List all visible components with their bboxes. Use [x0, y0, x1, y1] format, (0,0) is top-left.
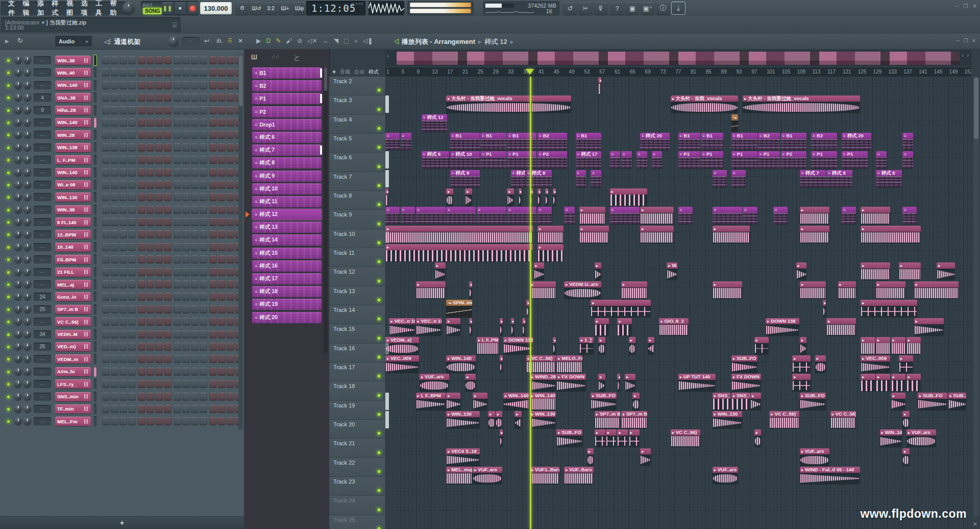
channel-button[interactable]: WIN..38: [55, 205, 91, 214]
track-options[interactable]: ∙∙∙: [334, 336, 339, 341]
channel-selector[interactable]: [94, 67, 96, 78]
track-options[interactable]: ∙∙∙: [334, 527, 339, 529]
step-cell[interactable]: [119, 255, 127, 263]
audio-clip[interactable]: ▸L F..PM: [477, 337, 499, 354]
volume-knob[interactable]: [23, 193, 31, 201]
step-cell[interactable]: [174, 393, 181, 401]
step-cell[interactable]: [200, 106, 207, 114]
pattern-clip[interactable]: ≡: [610, 207, 640, 224]
audio-clip[interactable]: ▸: [640, 226, 674, 243]
audio-clip[interactable]: ▸: [579, 226, 609, 243]
pattern-item[interactable]: ≡样式 19: [252, 299, 322, 310]
menu-item-样式[interactable]: 样式: [49, 0, 64, 17]
step-cell[interactable]: [182, 280, 190, 288]
playlist-track-header[interactable]: Track 14∙∙∙: [329, 305, 385, 324]
audio-clip[interactable]: ▸VUF..ars: [800, 448, 829, 466]
step-cell[interactable]: [138, 405, 145, 413]
step-cell[interactable]: [128, 268, 136, 276]
step-cell[interactable]: [128, 355, 136, 363]
step-cell[interactable]: [138, 193, 145, 201]
step-cell[interactable]: [174, 280, 181, 288]
step-cell[interactable]: [218, 118, 226, 127]
step-cell[interactable]: [174, 181, 181, 189]
step-cell[interactable]: [200, 405, 207, 413]
step-cell[interactable]: [218, 330, 226, 339]
pattern-clip[interactable]: ≡P2: [537, 151, 567, 169]
step-cell[interactable]: [182, 417, 190, 425]
channel-selector[interactable]: [94, 105, 96, 115]
step-cell[interactable]: [102, 118, 110, 127]
pattern-clip[interactable]: ≡样式 20: [640, 133, 670, 150]
step-cell[interactable]: [209, 318, 217, 326]
audio-clip[interactable]: ▸: [861, 207, 890, 224]
pattern-clip[interactable]: ≡: [876, 151, 887, 169]
channel-selector[interactable]: [94, 80, 96, 90]
step-cell[interactable]: [138, 218, 145, 226]
step-cell[interactable]: [146, 218, 154, 226]
step-cell[interactable]: [119, 380, 127, 388]
step-cell[interactable]: [182, 393, 190, 401]
step-cell[interactable]: [146, 181, 154, 189]
step-cell[interactable]: [164, 230, 172, 238]
channel-selector[interactable]: [94, 329, 96, 340]
volume-knob[interactable]: [23, 305, 31, 313]
audio-clip[interactable]: ▸: [861, 262, 890, 280]
grid-pages-icon[interactable]: ⠿: [228, 37, 232, 44]
audio-clip[interactable]: ▸: [579, 207, 605, 224]
step-cell[interactable]: [227, 405, 234, 413]
step-cell[interactable]: [227, 118, 234, 127]
minimize-icon[interactable]: ─: [955, 3, 959, 10]
channel-led[interactable]: [6, 195, 11, 200]
step-cell[interactable]: [164, 181, 172, 189]
pan-knob[interactable]: [14, 81, 22, 89]
step-cell[interactable]: [200, 68, 207, 77]
step-cell[interactable]: [164, 293, 172, 301]
volume-knob[interactable]: [23, 93, 31, 101]
step-cell[interactable]: [227, 193, 234, 201]
pattern-item[interactable]: ≡样式 7: [252, 145, 322, 156]
track-led[interactable]: [377, 526, 381, 529]
pan-knob[interactable]: [14, 343, 22, 350]
cut-tool-icon[interactable]: ✂: [579, 2, 592, 14]
pattern-clip[interactable]: ≡: [507, 207, 536, 224]
step-cell[interactable]: [119, 169, 127, 177]
pattern-clip[interactable]: ≡: [743, 207, 757, 224]
step-cell[interactable]: [200, 293, 207, 301]
filter-auto-tab[interactable]: 自动: [354, 68, 364, 76]
channel-value[interactable]: ---: [34, 255, 51, 263]
step-cell[interactable]: [111, 355, 118, 363]
pan-knob[interactable]: [14, 330, 22, 338]
step-cell[interactable]: [209, 193, 217, 201]
step-cell[interactable]: [164, 255, 172, 263]
pattern-clip[interactable]: ≡: [401, 133, 411, 150]
channel-button[interactable]: A#m..hi: [55, 367, 91, 376]
step-cell[interactable]: [191, 305, 199, 314]
step-cell[interactable]: [138, 417, 145, 425]
minimap-overview[interactable]: [397, 52, 960, 65]
playlist-track-header[interactable]: Track 5∙∙∙: [329, 134, 385, 153]
audio-clip[interactable]: ▸: [876, 281, 905, 299]
audio-clip[interactable]: ▸: [610, 188, 647, 206]
audio-clip[interactable]: ▸: [800, 207, 829, 224]
audio-clip[interactable]: ▸WIN..140: [446, 355, 476, 373]
audio-clip[interactable]: ▸: [823, 300, 826, 317]
pattern-clip[interactable]: ≡: [902, 151, 913, 169]
piano-filter-icon[interactable]: Ш: [251, 53, 257, 62]
track-options[interactable]: ∙∙∙: [334, 451, 339, 455]
paint-icon[interactable]: 🖌: [286, 37, 292, 44]
pause-button[interactable]: ❚❚: [162, 2, 173, 14]
step-cell[interactable]: [174, 230, 181, 238]
draw-icon[interactable]: ✎: [276, 37, 281, 44]
step-cell[interactable]: [146, 143, 154, 152]
audio-clip[interactable]: ▸DOWN 138: [766, 318, 799, 335]
step-cell[interactable]: [209, 143, 217, 152]
step-cell[interactable]: [218, 230, 226, 238]
channel-led[interactable]: [6, 171, 11, 175]
step-cell[interactable]: [182, 255, 190, 263]
pattern-item[interactable]: ≡样式 17: [252, 273, 322, 284]
step-cell[interactable]: [119, 405, 127, 413]
step-cell[interactable]: [102, 193, 110, 201]
pan-knob[interactable]: [14, 143, 22, 151]
pan-knob[interactable]: [14, 305, 22, 313]
step-cell[interactable]: [102, 355, 110, 363]
